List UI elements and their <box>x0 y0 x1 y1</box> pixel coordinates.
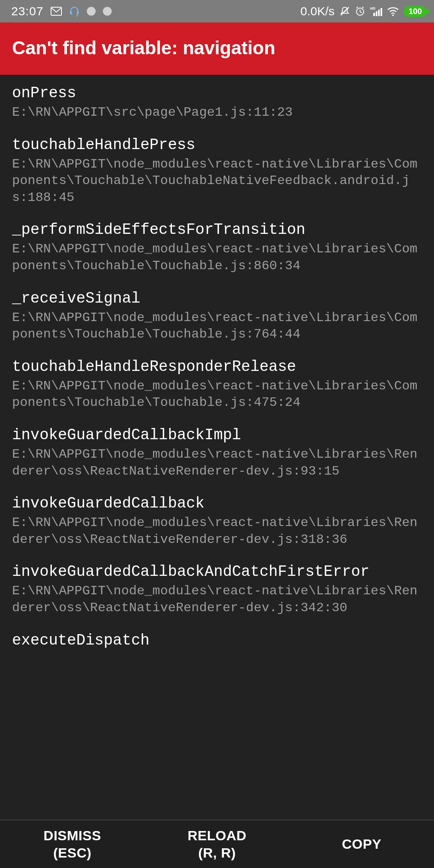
copy-label: COPY <box>342 835 381 853</box>
status-bar-right: 0.0K/s HD 100 <box>301 4 427 18</box>
mail-icon <box>51 7 62 16</box>
svg-rect-1 <box>70 11 72 14</box>
stack-frame-path: E:\RN\APPGIT\node_modules\react-native\L… <box>12 514 422 548</box>
status-bar-left: 23:07 <box>11 4 112 18</box>
stack-frame[interactable]: touchableHandlePress E:\RN\APPGIT\node_m… <box>0 127 434 212</box>
svg-rect-10 <box>381 8 382 16</box>
svg-point-3 <box>76 15 78 16</box>
error-title: Can't find variable: navigation <box>12 37 422 59</box>
stack-trace[interactable]: onPress E:\RN\APPGIT\src\page\Page1.js:1… <box>0 75 434 820</box>
copy-button[interactable]: COPY <box>289 820 434 868</box>
stack-frame-function: _performSideEffectsForTransition <box>12 221 422 238</box>
stack-frame-path: E:\RN\APPGIT\node_modules\react-native\L… <box>12 583 422 616</box>
battery-level: 100 <box>409 7 422 16</box>
status-bar: 23:07 0.0K/s HD 100 <box>0 0 434 23</box>
reload-shortcut: (R, R) <box>198 844 236 862</box>
stack-frame-path: E:\RN\APPGIT\node_modules\react-native\L… <box>12 156 422 206</box>
stack-frame-function: invokeGuardedCallback <box>12 495 422 512</box>
headset-icon <box>69 6 80 16</box>
signal-icon: HD <box>370 6 382 16</box>
stack-frame-function: executeDispatch <box>12 632 422 649</box>
stack-frame-path: E:\RN\APPGIT\node_modules\react-native\L… <box>12 446 422 479</box>
stack-frame[interactable]: _receiveSignal E:\RN\APPGIT\node_modules… <box>0 280 434 348</box>
status-time: 23:07 <box>11 4 43 18</box>
stack-frame-function: touchableHandlePress <box>12 136 422 154</box>
dismiss-button[interactable]: DISMISS (ESC) <box>0 820 145 868</box>
error-footer: DISMISS (ESC) RELOAD (R, R) COPY <box>0 820 434 868</box>
svg-rect-0 <box>51 7 61 15</box>
stack-frame[interactable]: touchableHandleResponderRelease E:\RN\AP… <box>0 348 434 417</box>
stack-frame[interactable]: invokeGuardedCallbackAndCatchFirstError … <box>0 553 434 622</box>
stack-frame[interactable]: invokeGuardedCallbackImpl E:\RN\APPGIT\n… <box>0 417 434 485</box>
alarm-icon <box>355 6 365 16</box>
reload-label: RELOAD <box>188 827 247 844</box>
svg-text:HD: HD <box>370 6 375 10</box>
stack-frame-path: E:\RN\APPGIT\src\page\Page1.js:11:23 <box>12 104 422 121</box>
stack-frame-function: _receiveSignal <box>12 290 422 307</box>
wifi-icon <box>387 6 399 16</box>
stack-frame-function: touchableHandleResponderRelease <box>12 358 422 375</box>
net-speed: 0.0K/s <box>301 4 335 18</box>
svg-rect-8 <box>376 11 377 16</box>
stack-frame[interactable]: executeDispatch <box>0 622 434 657</box>
stack-frame[interactable]: onPress E:\RN\APPGIT\src\page\Page1.js:1… <box>0 75 434 127</box>
svg-rect-2 <box>77 11 79 14</box>
stack-frame[interactable]: _performSideEffectsForTransition E:\RN\A… <box>0 211 434 280</box>
stack-frame-function: onPress <box>12 84 422 102</box>
stack-frame-path: E:\RN\APPGIT\node_modules\react-native\L… <box>12 378 422 411</box>
stack-frame-function: invokeGuardedCallbackImpl <box>12 426 422 444</box>
stack-frame-path: E:\RN\APPGIT\node_modules\react-native\L… <box>12 241 422 274</box>
notification-dot-icon <box>103 7 112 16</box>
stack-frame[interactable]: invokeGuardedCallback E:\RN\APPGIT\node_… <box>0 485 434 553</box>
stack-frame-function: invokeGuardedCallbackAndCatchFirstError <box>12 563 422 580</box>
mute-icon <box>340 6 350 16</box>
notification-dot-icon <box>87 7 96 16</box>
stack-frame-path: E:\RN\APPGIT\node_modules\react-native\L… <box>12 309 422 343</box>
svg-rect-7 <box>373 13 375 16</box>
error-header: Can't find variable: navigation <box>0 23 434 75</box>
svg-point-11 <box>392 14 394 16</box>
svg-rect-9 <box>378 10 380 16</box>
reload-button[interactable]: RELOAD (R, R) <box>145 820 289 868</box>
dismiss-label: DISMISS <box>43 827 101 844</box>
battery-icon: 100 <box>404 6 427 17</box>
dismiss-shortcut: (ESC) <box>53 844 91 862</box>
